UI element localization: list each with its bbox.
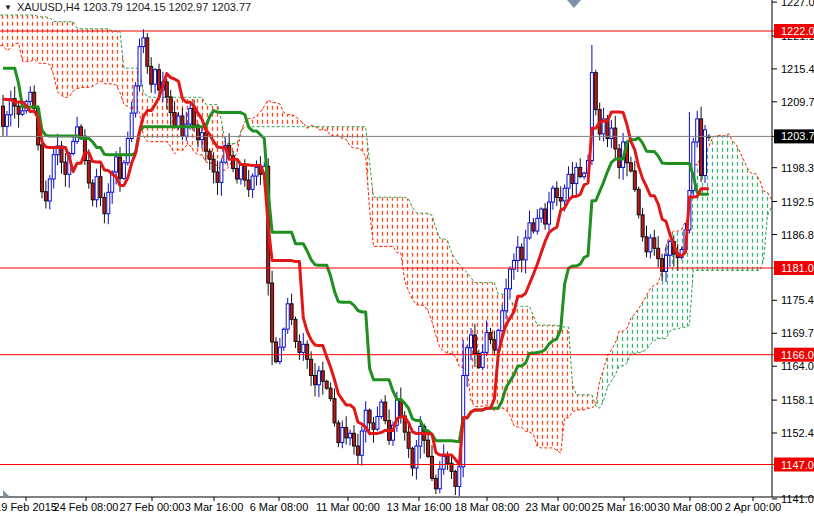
chart-canvas[interactable]: 1227.001221.151215.451209.751198.351192.… <box>0 0 814 516</box>
candle <box>271 271 274 365</box>
candle <box>356 434 359 465</box>
candle <box>33 85 36 113</box>
price-tick-label: 1164.00 <box>781 360 814 372</box>
down-arrow-annotation[interactable] <box>567 0 581 8</box>
candle <box>317 366 320 397</box>
candle-body <box>411 448 414 468</box>
candle-body <box>243 165 246 180</box>
price-tick-label: 1158.15 <box>781 394 814 406</box>
candle-body <box>431 456 434 478</box>
candle-body <box>189 109 192 125</box>
candle-body <box>317 371 320 385</box>
candle <box>442 444 445 475</box>
candle <box>64 153 67 187</box>
time-tick-label: 24 Feb 08:00 <box>54 501 119 513</box>
candle <box>29 86 32 105</box>
candle <box>614 116 617 159</box>
candle <box>431 445 434 481</box>
candle <box>388 409 391 445</box>
candle-body <box>239 165 242 179</box>
candle-body <box>470 335 473 348</box>
price-level-badge: 1222.00 <box>772 24 814 38</box>
candle-body <box>146 38 149 66</box>
candle <box>150 57 153 93</box>
candle-body <box>64 162 67 174</box>
candle-body <box>516 247 519 260</box>
candle-body <box>551 188 554 202</box>
candle <box>594 70 597 116</box>
price-tick-label: 1169.70 <box>781 327 814 339</box>
candle-body <box>583 173 586 177</box>
candle-body <box>458 467 461 487</box>
collapse-triangle-icon[interactable]: ▼ <box>4 2 12 13</box>
price-tick-label: 1152.45 <box>781 427 814 439</box>
candle-body <box>286 304 289 329</box>
candle-body <box>5 115 8 127</box>
candle-body <box>122 163 125 179</box>
candle <box>56 134 59 165</box>
candle-body <box>559 198 562 202</box>
candle-body <box>665 255 668 271</box>
candle <box>618 144 621 179</box>
candle-body <box>700 119 703 176</box>
price-tick-label: 1186.80 <box>781 229 814 241</box>
candle <box>138 39 141 92</box>
candle-body <box>509 269 512 289</box>
kumo-cloud-bullish <box>595 134 775 409</box>
candle-body <box>44 192 47 201</box>
candle-body <box>216 172 219 182</box>
candle <box>649 234 652 258</box>
candle-body <box>87 161 90 184</box>
candle-body <box>76 127 79 141</box>
corner-arrow-annotation[interactable] <box>3 490 10 497</box>
candle-body <box>407 432 410 448</box>
candle <box>583 172 586 180</box>
symbol-ohlc-header[interactable]: ▼ XAUUSD,H4 1203.79 1204.15 1202.97 1203… <box>4 1 251 13</box>
candle <box>384 395 387 424</box>
candle <box>103 193 106 224</box>
candle-body <box>325 381 328 388</box>
candle-body <box>247 180 250 189</box>
candle-body <box>454 471 457 486</box>
candle <box>579 158 582 178</box>
candle-body <box>345 428 348 438</box>
candle <box>411 447 414 477</box>
candle-body <box>119 157 122 178</box>
plot-area[interactable] <box>0 15 775 497</box>
candle-body <box>567 174 570 188</box>
symbol-ohlc-text: XAUUSD,H4 1203.79 1204.15 1202.97 1203.7… <box>17 1 251 13</box>
candle <box>700 107 703 183</box>
candle-body <box>360 431 363 455</box>
candle <box>559 186 562 210</box>
candle-body <box>103 198 106 214</box>
candle-body <box>653 238 656 248</box>
badge-label: 1181.00 <box>781 262 814 274</box>
candle-body <box>282 329 285 347</box>
candle-body <box>29 92 32 101</box>
candle <box>540 207 543 223</box>
time-tick-label: 23 Mar 00:00 <box>526 501 591 513</box>
candles-layer <box>2 29 711 496</box>
candle <box>575 163 578 198</box>
candle <box>536 209 539 235</box>
candle <box>641 208 644 242</box>
candle-body <box>150 66 153 84</box>
candle <box>278 338 281 364</box>
time-tick-label: 25 Mar 16:00 <box>592 501 657 513</box>
price-tick-label: 1227.00 <box>781 0 814 8</box>
candle-body <box>294 319 297 341</box>
candle <box>294 317 297 348</box>
candle-body <box>645 237 648 252</box>
time-tick-label: 13 Mar 16:00 <box>387 501 452 513</box>
candle <box>509 266 512 298</box>
candle-body <box>165 82 168 97</box>
candle-body <box>356 446 359 455</box>
candle <box>44 181 47 209</box>
candle <box>438 461 441 493</box>
candle-body <box>540 209 543 218</box>
candle <box>314 363 317 396</box>
candle-body <box>524 238 527 260</box>
candle <box>76 117 79 144</box>
candle-body <box>321 371 324 381</box>
candle-body <box>204 133 207 152</box>
